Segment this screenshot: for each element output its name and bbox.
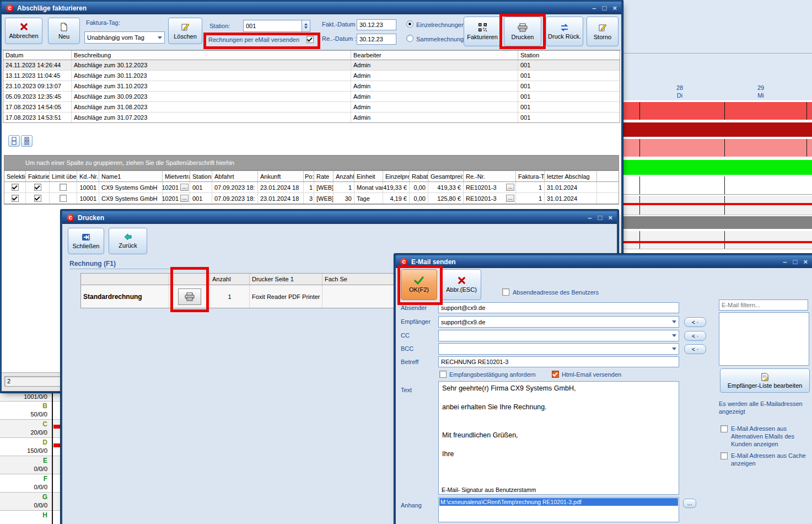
move-address-button[interactable]: < · bbox=[684, 344, 706, 354]
history-row[interactable]: 24.11.2023 14:26:44 Abschläge zum 30.12.… bbox=[3, 60, 620, 71]
absendeadresse-checkbox[interactable] bbox=[502, 288, 509, 296]
titlebar[interactable]: Drucken – □ × bbox=[62, 211, 617, 224]
ellipsis-button[interactable]: ... bbox=[180, 184, 189, 191]
minimize-button[interactable]: – bbox=[592, 4, 596, 12]
row-checkbox-fakturiert[interactable] bbox=[34, 195, 41, 202]
bcc-combobox[interactable] bbox=[438, 343, 679, 355]
ellipsis-button[interactable]: ... bbox=[506, 184, 514, 191]
column-header[interactable]: Ankunft bbox=[258, 171, 304, 181]
edit-recipient-list-button[interactable]: Empfänger-Liste bearbeiten bbox=[720, 368, 810, 393]
deselect-all-button[interactable] bbox=[21, 135, 33, 147]
betreff-input[interactable] bbox=[438, 356, 679, 367]
column-header[interactable]: Mietvertrag bbox=[163, 171, 190, 181]
column-header[interactable]: Limit übersch bbox=[50, 171, 77, 181]
history-row[interactable]: 05.09.2023 12:35:45 Abschläge zum 30.09.… bbox=[3, 92, 620, 102]
empfaenger-combobox[interactable]: support@cx9.de bbox=[438, 316, 679, 328]
column-header[interactable]: Station bbox=[518, 51, 620, 60]
column-header[interactable]: Anzahl bbox=[334, 171, 354, 181]
detail-row[interactable]: 10001 CX9 Systems GmbH 10201... 001 07.0… bbox=[4, 193, 619, 204]
address-listbox[interactable] bbox=[719, 312, 809, 366]
faktura-tag-select[interactable]: Unabhängig vom Tag bbox=[84, 31, 165, 44]
history-row[interactable]: 23.10.2023 09:13:07 Abschläge zum 31.10.… bbox=[3, 81, 620, 92]
ellipsis-button[interactable]: ... bbox=[506, 195, 514, 202]
loeschen-button[interactable]: Löschen bbox=[168, 18, 202, 44]
column-header[interactable]: Kd.-Nr. bbox=[77, 171, 99, 181]
storno-button[interactable]: Storno bbox=[587, 17, 619, 46]
column-header[interactable]: Beschreibung bbox=[72, 51, 351, 60]
row-checkbox-selektiert[interactable] bbox=[12, 184, 19, 191]
row-checkbox-selektiert[interactable] bbox=[12, 195, 19, 202]
minimize-button[interactable]: – bbox=[783, 258, 787, 265]
history-row[interactable]: 13.11.2023 11:04:45 Abschläge zum 30.11.… bbox=[3, 71, 620, 81]
row-print-button[interactable] bbox=[178, 288, 201, 305]
close-button[interactable]: × bbox=[803, 258, 808, 265]
ellipsis-button[interactable]: ... bbox=[180, 195, 189, 202]
abbrechen-esc-button[interactable]: Abbr.(ESC) bbox=[442, 269, 481, 300]
column-header[interactable]: Drucker Seite 1 bbox=[250, 274, 322, 285]
close-button[interactable]: × bbox=[608, 214, 612, 221]
history-row[interactable]: 17.08.2023 14:53:51 Abschläge zum 31.07.… bbox=[3, 113, 620, 122]
detail-row[interactable]: 10001 CX9 Systems GmbH 10201... 001 07.0… bbox=[4, 182, 619, 193]
column-header[interactable]: Po: bbox=[304, 171, 314, 181]
move-address-button[interactable]: < · bbox=[684, 317, 706, 327]
maximize-button[interactable]: □ bbox=[603, 4, 607, 12]
browse-attachment-button[interactable]: ... bbox=[683, 499, 696, 508]
schliessen-button[interactable]: Schließen bbox=[68, 228, 104, 254]
day-header-28[interactable]: 28 Di bbox=[663, 84, 696, 99]
column-header[interactable]: letzter Abschlag bbox=[545, 171, 597, 181]
titlebar[interactable]: Abschläge fakturieren – □ × bbox=[2, 2, 621, 14]
column-header[interactable]: Einheit bbox=[354, 171, 383, 181]
close-button[interactable]: × bbox=[612, 4, 617, 12]
column-header[interactable]: Datum bbox=[3, 51, 72, 60]
column-header[interactable]: Faktura-Ta bbox=[516, 171, 545, 181]
column-header[interactable]: Anzahl bbox=[210, 274, 250, 285]
column-header[interactable]: Re.-Nr. bbox=[464, 171, 516, 181]
column-header[interactable]: Rate bbox=[314, 171, 334, 181]
titlebar[interactable]: E-Mail senden – □ × bbox=[396, 255, 812, 268]
zurueck-button[interactable]: Zurück bbox=[109, 228, 147, 254]
einzelrechnungen-radio[interactable] bbox=[406, 20, 413, 28]
neu-button[interactable]: Neu bbox=[48, 18, 80, 44]
drucken-button[interactable]: Drucken bbox=[504, 17, 541, 46]
fakturieren-button[interactable]: Fakturieren bbox=[464, 17, 501, 46]
re-datum-input[interactable] bbox=[357, 34, 396, 45]
select-all-button[interactable] bbox=[8, 135, 20, 147]
column-header[interactable]: Rabatt bbox=[410, 171, 428, 181]
alt-emails-checkbox[interactable] bbox=[720, 425, 728, 432]
station-spinner[interactable]: 001 bbox=[243, 20, 310, 32]
email-filter-input[interactable] bbox=[719, 300, 808, 311]
print-row[interactable]: Standardrechnung 1 Foxit Reader PDF Prin… bbox=[81, 285, 448, 308]
minimize-button[interactable]: – bbox=[588, 214, 591, 221]
column-header[interactable]: Gesamtprei: bbox=[428, 171, 464, 181]
row-checkbox-limit[interactable] bbox=[60, 184, 67, 191]
html-email-checkbox[interactable] bbox=[552, 371, 559, 378]
maximize-button[interactable]: □ bbox=[793, 258, 798, 265]
history-row[interactable]: 17.08.2023 14:54:05 Abschläge zum 31.08.… bbox=[3, 102, 620, 113]
email-body-textarea[interactable]: Sehr geehrte(r) Firma CX9 Systems GmbH, … bbox=[438, 381, 679, 495]
empfangsbestaetigung-checkbox[interactable] bbox=[439, 371, 447, 378]
column-header[interactable]: Einzelpre bbox=[383, 171, 410, 181]
booking-bar-green[interactable] bbox=[619, 160, 812, 175]
cache-emails-checkbox[interactable] bbox=[720, 452, 728, 459]
row-checkbox-limit[interactable] bbox=[60, 195, 67, 202]
booking-bar-gray[interactable] bbox=[619, 216, 812, 229]
email-versand-checkbox[interactable] bbox=[306, 36, 314, 43]
spinner-arrows[interactable] bbox=[302, 20, 310, 31]
column-header[interactable]: Bearbeiter bbox=[351, 51, 518, 60]
group-by-hint-bar[interactable]: Um nach einer Spalte zu gruppieren, zieh… bbox=[4, 155, 619, 170]
column-header[interactable]: Selektic bbox=[4, 171, 26, 181]
column-header[interactable]: Name1 bbox=[99, 171, 163, 181]
booking-bar-red[interactable] bbox=[619, 102, 812, 120]
anhang-listbox[interactable]: M:\cxneunalena\CRent\Temp\rechnung RE102… bbox=[438, 497, 679, 522]
row-checkbox-fakturiert[interactable] bbox=[34, 184, 41, 191]
day-header-29[interactable]: 29 Mi bbox=[744, 84, 777, 99]
attachment-item-selected[interactable]: M:\cxneunalena\CRent\Temp\rechnung RE102… bbox=[439, 498, 678, 506]
column-header[interactable]: Station bbox=[190, 171, 212, 181]
cc-combobox[interactable] bbox=[438, 330, 679, 341]
move-address-button[interactable]: < · bbox=[684, 331, 706, 341]
abbrechen-button[interactable]: Abbrechen bbox=[5, 18, 42, 44]
booking-bar-pink[interactable] bbox=[619, 139, 812, 157]
absender-input[interactable] bbox=[438, 302, 679, 313]
booking-bar-darkred[interactable] bbox=[619, 122, 812, 137]
column-header[interactable]: Abfahrt bbox=[212, 171, 258, 181]
